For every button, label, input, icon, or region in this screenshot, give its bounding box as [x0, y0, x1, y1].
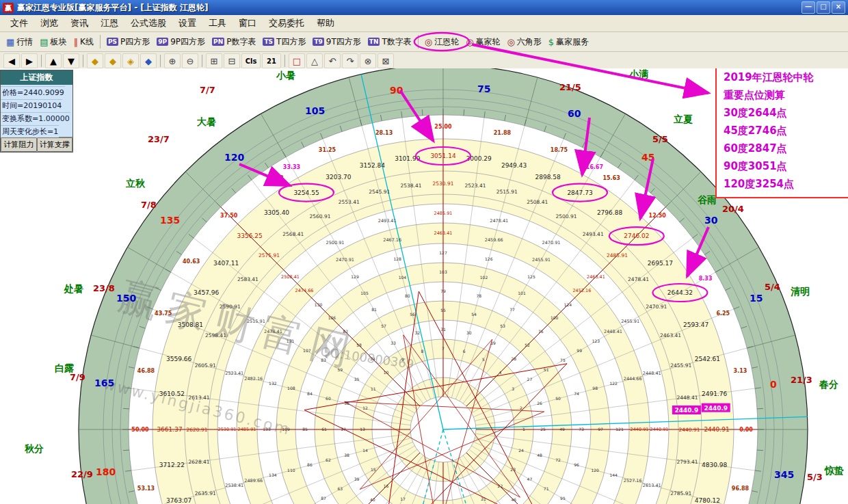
toolbar-item-gann-wheel[interactable]: ◎江恩轮	[421, 35, 462, 49]
svg-text:101: 101	[518, 291, 526, 295]
svg-text:108: 108	[287, 386, 295, 390]
arc-right-tool-button[interactable]: ↷	[342, 53, 358, 68]
svg-text:2583.41: 2583.41	[237, 276, 259, 282]
toolbar-item-label: 板块	[51, 36, 67, 48]
maximize-button[interactable]: □	[817, 1, 830, 14]
toolbar-item-6[interactable]: PNP数字表	[209, 35, 259, 49]
nav-back-button[interactable]: ◀	[3, 53, 20, 68]
toolbar-item-2[interactable]: ∥K线	[70, 35, 97, 49]
toolbar-item-5[interactable]: 9P9P四方形	[153, 35, 209, 49]
svg-text:2474.66: 2474.66	[295, 288, 314, 293]
winner-wheel-icon: ◎	[466, 38, 473, 47]
svg-text:39: 39	[354, 477, 360, 481]
annotation-box: 2019年江恩轮中轮重要点位测算30度2644点45度2746点60度2847点…	[715, 68, 848, 198]
gann-wheel-canvas[interactable]: 2440.912491.762542.612593.472644.322695.…	[0, 68, 848, 504]
svg-text:122: 122	[609, 381, 618, 386]
toolbar-item-1[interactable]: ▤板块	[36, 35, 70, 49]
calc-buttons: 计算阻力计算支撑	[1, 137, 72, 152]
svg-text:2444.66: 2444.66	[624, 376, 642, 382]
menu-item-3[interactable]: 江恩	[94, 16, 124, 31]
menu-item-1[interactable]: 浏览	[34, 16, 64, 31]
svg-text:81: 81	[371, 307, 377, 312]
zoom-in-button[interactable]: ⊕	[164, 53, 181, 68]
main-toolbar: ▦行情▤板块∥K线PSP四方形9P9P四方形PNP数字表TST四方形T99T四方…	[0, 32, 848, 52]
index-info-rows: 价格=2440.9099时间=20190104变换系数=1.00000周天变化步…	[1, 85, 72, 137]
menu-item-8[interactable]: 交易委托	[263, 16, 310, 31]
toolbar-item-13[interactable]: ◎六角形	[503, 35, 544, 49]
svg-text:2485.91: 2485.91	[434, 211, 453, 216]
svg-text:10: 10	[384, 370, 389, 375]
svg-text:2463.41: 2463.41	[660, 332, 681, 339]
9t-square-icon: T9	[313, 38, 323, 46]
svg-text:74: 74	[574, 391, 579, 396]
drawbar-separator	[83, 55, 83, 67]
close-button[interactable]: ×	[832, 1, 845, 14]
svg-text:2796.88: 2796.88	[597, 209, 622, 216]
svg-text:2485.91: 2485.91	[607, 252, 628, 258]
calc-support-button[interactable]: 计算支撑	[37, 137, 73, 152]
toolbar-item-0[interactable]: ▦行情	[3, 35, 36, 49]
toolbar-item-label: P四方形	[120, 36, 150, 48]
svg-text:49: 49	[559, 427, 565, 432]
rect-tool-button[interactable]: □	[289, 53, 305, 68]
svg-text:53: 53	[500, 323, 505, 328]
diamond-tool-4-button[interactable]: ◆	[140, 53, 157, 68]
title-bar: 赢 赢家江恩专业版[赢家服务平台] - [上证指数 江恩轮] —□×	[0, 0, 848, 15]
svg-text:23: 23	[510, 467, 516, 472]
svg-text:2628.41: 2628.41	[189, 459, 210, 465]
triangle-tool-button[interactable]: △	[306, 53, 323, 68]
svg-text:28: 28	[511, 356, 516, 361]
svg-text:50.00: 50.00	[131, 427, 149, 433]
svg-text:25.00: 25.00	[434, 124, 452, 130]
toolbar-item-label: 9P四方形	[170, 36, 205, 48]
svg-text:2440.91: 2440.91	[631, 427, 649, 432]
svg-text:12.50: 12.50	[649, 213, 667, 219]
toolbar-item-9[interactable]: TNT数字表	[365, 35, 415, 49]
svg-text:6: 6	[463, 349, 466, 354]
minimize-button[interactable]: —	[801, 1, 815, 14]
calendar-21-button[interactable]: 21	[262, 53, 281, 68]
zoom-out-button[interactable]: ⊖	[182, 53, 198, 68]
svg-text:2568.41: 2568.41	[282, 231, 304, 237]
svg-text:3305.40: 3305.40	[264, 209, 289, 216]
svg-text:16.67: 16.67	[586, 164, 603, 170]
svg-text:123: 123	[592, 339, 600, 343]
menu-item-6[interactable]: 工具	[202, 16, 233, 31]
menu-item-4[interactable]: 公式选股	[124, 16, 172, 31]
svg-text:2553.41: 2553.41	[339, 199, 360, 205]
svg-text:4830.98: 4830.98	[702, 462, 727, 468]
menu-item-7[interactable]: 窗口	[233, 16, 263, 31]
svg-text:24: 24	[518, 448, 524, 453]
toolbar-item-4[interactable]: PSP四方形	[103, 35, 153, 49]
nav-forward-button[interactable]: ▶	[21, 53, 38, 68]
toolbar-item-7[interactable]: TST四方形	[259, 35, 309, 49]
list-tool-button[interactable]: ⊟	[224, 53, 240, 68]
diamond-tool-3-button[interactable]: ◈	[122, 53, 139, 68]
menu-item-5[interactable]: 设置	[172, 16, 202, 31]
toolbar-item-14[interactable]: $赢家服务	[545, 35, 592, 49]
arc-left-tool-button[interactable]: ↶	[324, 53, 341, 68]
svg-text:46.88: 46.88	[137, 368, 155, 374]
svg-text:2440.91: 2440.91	[704, 426, 729, 433]
scroll-down-button[interactable]: ▼	[63, 53, 79, 68]
diamond-tool-2-button[interactable]: ◆	[105, 53, 121, 68]
window-controls: —□×	[801, 1, 845, 14]
toolbar-item-12[interactable]: ◎赢家轮	[462, 35, 503, 49]
menu-item-9[interactable]: 帮助	[310, 16, 341, 31]
menu-item-2[interactable]: 资讯	[64, 16, 94, 31]
calc-resistance-button[interactable]: 计算阻力	[1, 137, 37, 152]
svg-text:21.88: 21.88	[494, 130, 512, 136]
toolbar-separator	[418, 35, 419, 49]
cls-button-button[interactable]: Cls	[241, 53, 261, 68]
svg-text:3763.07: 3763.07	[166, 497, 191, 504]
toolbar-item-label: 赢家轮	[475, 36, 500, 48]
grid-tool-button[interactable]: ⊞	[206, 53, 222, 68]
toolbar-item-8[interactable]: T99T四方形	[309, 35, 364, 49]
svg-text:26: 26	[537, 401, 542, 406]
box-cross-tool-button[interactable]: ⊠	[377, 53, 394, 68]
scroll-up-button[interactable]: ▲	[45, 53, 62, 68]
menu-item-0[interactable]: 文件	[4, 16, 34, 31]
diamond-tool-1-button[interactable]: ◆	[87, 53, 103, 68]
svg-text:31.25: 31.25	[319, 147, 336, 153]
circle-cross-tool-button[interactable]: ⊗	[360, 53, 376, 68]
